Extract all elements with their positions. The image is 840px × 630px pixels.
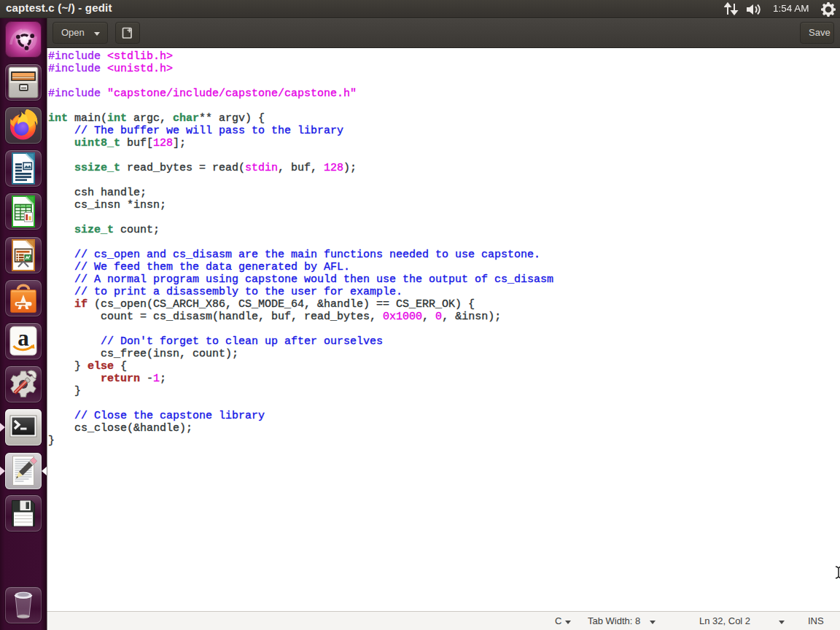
svg-text:a: a: [18, 325, 29, 351]
